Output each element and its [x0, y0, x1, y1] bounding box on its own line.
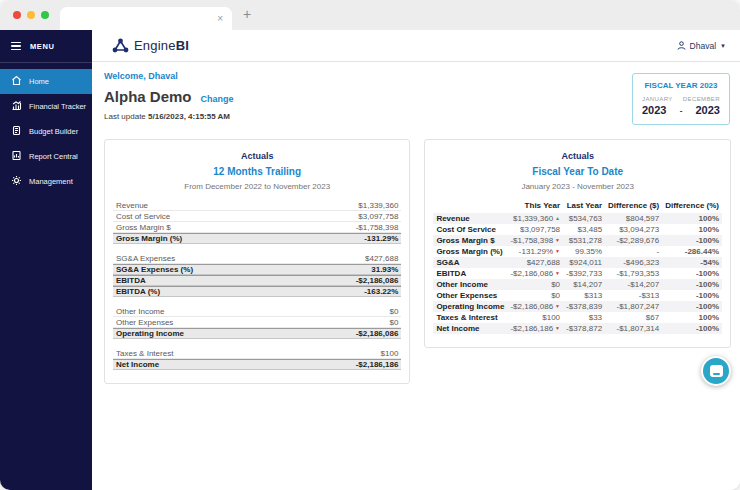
welcome-block: Welcome, Dhaval Alpha Demo Change Last u…	[104, 67, 234, 121]
row-value: $1,339,360	[358, 201, 398, 210]
fiscal-end-year: 2023	[696, 104, 720, 116]
difference-pct-value: 100%	[662, 312, 722, 323]
last-year-value: $14,207	[563, 279, 605, 290]
report-icon	[11, 150, 22, 163]
row-label: Other Income	[433, 279, 507, 290]
row-label: Gross Margin (%)	[116, 234, 182, 243]
table-row: Other Expenses$0$313-$313-100%	[433, 290, 722, 301]
close-window-icon[interactable]	[13, 11, 21, 19]
financial-group: Taxes & Interest$100Net Income-$2,186,18…	[113, 348, 401, 370]
sidebar-item-budget-builder[interactable]: Budget Builder	[0, 119, 92, 144]
browser-window: × + MENU HomeFinancial TrackerBudget Bui…	[0, 0, 740, 490]
row-value: -$2,186,086	[356, 329, 399, 338]
financial-row: EBITDA-$2,186,086	[113, 275, 401, 286]
sidebar-item-label: Budget Builder	[29, 127, 78, 136]
last-year-value: -$378,872	[563, 323, 605, 334]
difference-pct-value: -100%	[662, 235, 722, 246]
twelve-months-trailing-panel: Actuals 12 Months Trailing From December…	[104, 139, 410, 384]
difference-pct-value: -100%	[662, 301, 722, 312]
financial-row: Taxes & Interest$100	[113, 348, 401, 359]
financial-row: SG&A Expenses$427,688	[113, 253, 401, 264]
this-year-value: -$1,758,398▼	[507, 235, 563, 246]
row-label: EBITDA	[116, 276, 146, 285]
user-menu[interactable]: Dhaval ▼	[677, 41, 726, 51]
row-label: Cost of Service	[116, 212, 170, 221]
panel-title: Actuals	[433, 151, 722, 161]
trend-down-icon: ▼	[555, 270, 560, 276]
panel-period: January 2023 - November 2023	[433, 182, 722, 191]
column-header: Difference (%)	[662, 199, 722, 213]
sidebar-item-label: Home	[29, 77, 49, 86]
difference-usd-value: -$14,207	[605, 279, 662, 290]
last-year-value: $531,278	[563, 235, 605, 246]
last-year-value: $33	[563, 312, 605, 323]
row-label: Operating Income	[433, 301, 507, 312]
row-label: Gross Margin $	[116, 223, 171, 232]
row-label: EBITDA	[433, 268, 507, 279]
traffic-lights	[13, 11, 49, 19]
row-label: Gross Margin $	[433, 235, 507, 246]
this-year-value: $0	[507, 290, 563, 301]
browser-tab[interactable]: ×	[60, 7, 232, 30]
difference-usd-value: $804,597	[605, 213, 662, 224]
main-area: EngineBI Dhaval ▼ Welcome, Dhaval	[92, 30, 740, 490]
hamburger-icon[interactable]	[11, 42, 21, 51]
row-value: -$2,186,086	[356, 276, 399, 285]
difference-usd-value: -$496,323	[605, 257, 662, 268]
change-company-link[interactable]: Change	[201, 94, 234, 104]
difference-pct-value: 100%	[662, 224, 722, 235]
sidebar-item-home[interactable]: Home	[0, 69, 92, 94]
row-label: Net Income	[433, 323, 507, 334]
row-value: $3,097,758	[358, 212, 398, 221]
column-header: This Year	[507, 199, 563, 213]
table-row: Net Income-$2,186,186▼-$378,872-$1,807,3…	[433, 323, 722, 334]
financial-group: SG&A Expenses$427,688SG&A Expenses (%)31…	[113, 253, 401, 297]
table-row: Taxes & Interest$100$33$67100%	[433, 312, 722, 323]
difference-usd-value: -$1,793,353	[605, 268, 662, 279]
maximize-window-icon[interactable]	[41, 11, 49, 19]
chat-widget-button[interactable]	[701, 356, 731, 386]
ledger-icon	[11, 125, 22, 138]
enginebi-logo-text: EngineBI	[134, 38, 189, 53]
financial-row: Other Expenses$0	[113, 317, 401, 328]
row-label: Net Income	[116, 360, 159, 369]
sidebar-menu-header[interactable]: MENU	[0, 30, 92, 63]
table-row: Revenue$1,339,360▲$534,763$804,597100%	[433, 213, 722, 224]
last-year-value: 99.35%	[563, 246, 605, 257]
sidebar-item-label: Report Central	[29, 152, 78, 161]
table-row: Operating Income-$2,186,086▼-$378,839-$1…	[433, 301, 722, 312]
financial-row: Gross Margin $-$1,758,398	[113, 222, 401, 233]
column-header: Difference ($)	[605, 199, 662, 213]
sidebar-item-label: Financial Tracker	[29, 102, 86, 111]
financial-row: Gross Margin (%)-131.29%	[113, 233, 401, 244]
fiscal-year-title: FISCAL YEAR 2023	[642, 81, 720, 90]
difference-usd-value: -$313	[605, 290, 662, 301]
sidebar-item-label: Management	[29, 177, 73, 186]
difference-usd-value: $67	[605, 312, 662, 323]
row-value: $427,688	[365, 254, 398, 263]
company-name: Alpha Demo	[104, 88, 192, 105]
minimize-window-icon[interactable]	[27, 11, 35, 19]
difference-usd-value: -$1,807,314	[605, 323, 662, 334]
row-value: -131.29%	[364, 234, 398, 243]
row-label: Gross Margin (%)	[433, 246, 507, 257]
fiscal-year-box[interactable]: FISCAL YEAR 2023 JANUARY DECEMBER 2023 -…	[632, 73, 730, 125]
trend-down-icon: ▼	[555, 248, 560, 254]
sidebar-item-financial-tracker[interactable]: Financial Tracker	[0, 94, 92, 119]
tab-close-icon[interactable]: ×	[217, 14, 223, 24]
trend-down-icon: ▼	[555, 303, 560, 309]
financial-row: Net Income-$2,186,186	[113, 359, 401, 370]
row-value: $100	[381, 349, 399, 358]
page-content: Welcome, Dhaval Alpha Demo Change Last u…	[92, 62, 740, 490]
row-label: Revenue	[116, 201, 148, 210]
gear-icon	[11, 175, 22, 188]
person-icon	[677, 41, 686, 50]
difference-usd-value: $3,094,273	[605, 224, 662, 235]
new-tab-icon[interactable]: +	[243, 6, 251, 22]
sidebar-item-report-central[interactable]: Report Central	[0, 144, 92, 169]
this-year-value: -131.29%▼	[507, 246, 563, 257]
financial-row: Operating Income-$2,186,086	[113, 328, 401, 339]
difference-pct-value: 100%	[662, 213, 722, 224]
sidebar-item-management[interactable]: Management	[0, 169, 92, 194]
financial-rows: Revenue$1,339,360Cost of Service$3,097,7…	[113, 200, 401, 370]
